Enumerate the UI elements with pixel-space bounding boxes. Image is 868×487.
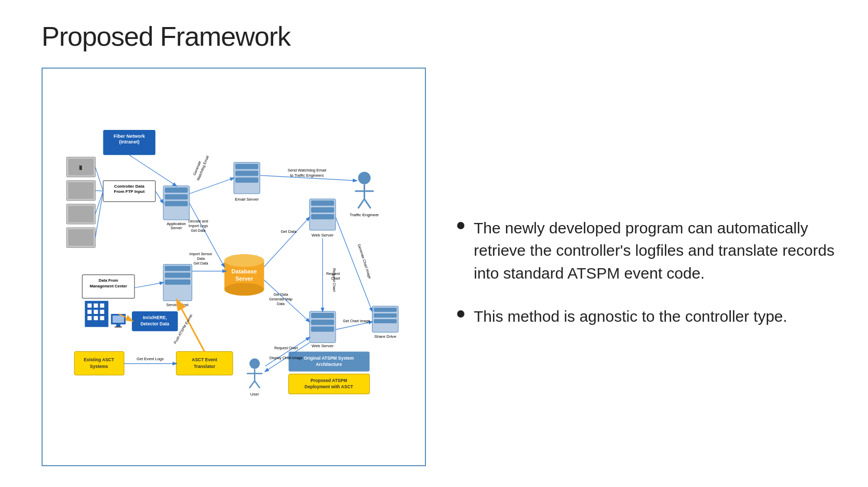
svg-rect-44	[311, 207, 334, 213]
svg-rect-74	[94, 304, 98, 308]
svg-rect-35	[165, 280, 190, 285]
svg-point-63	[249, 359, 260, 369]
svg-text:Server: Server	[170, 226, 182, 230]
diagram-area: Fiber Network (Intranet) Controller Data…	[42, 68, 426, 466]
slide-content: Fiber Network (Intranet) Controller Data…	[42, 68, 837, 466]
svg-text:Get Data: Get Data	[191, 229, 206, 232]
svg-rect-38	[235, 164, 258, 169]
svg-rect-55	[374, 319, 397, 323]
svg-text:Request: Request	[326, 272, 340, 276]
slide-container: Proposed Framework Fiber Network (Intran…	[0, 0, 868, 487]
svg-rect-79	[87, 316, 91, 320]
svg-text:ASCT Event: ASCT Event	[192, 357, 217, 362]
svg-text:Web Server: Web Server	[312, 233, 334, 238]
svg-rect-33	[165, 266, 190, 271]
bullet-item-2: This method is agnostic to the controlle…	[457, 305, 837, 328]
svg-rect-34	[165, 273, 190, 278]
svg-text:Email Server: Email Server	[235, 197, 259, 202]
svg-text:Data: Data	[197, 257, 205, 260]
svg-text:Get Data: Get Data	[194, 261, 208, 265]
svg-text:Get Chart Image: Get Chart Image	[343, 319, 370, 323]
svg-rect-83	[113, 315, 124, 323]
svg-point-28	[224, 283, 264, 296]
svg-text:Service Host: Service Host	[166, 302, 189, 307]
bullet-dot-1	[457, 222, 464, 229]
svg-rect-40	[235, 178, 258, 183]
svg-rect-76	[87, 310, 91, 314]
svg-rect-21	[165, 188, 188, 193]
svg-text:Get Data: Get Data	[281, 229, 297, 234]
svg-rect-78	[100, 310, 104, 314]
svg-text:Data: Data	[277, 302, 285, 306]
svg-text:Send Watchdog Email: Send Watchdog Email	[288, 168, 327, 173]
svg-text:Architecture: Architecture	[316, 362, 342, 367]
svg-text:Web Server: Web Server	[312, 344, 334, 348]
svg-rect-81	[100, 316, 104, 320]
bullet-item-1: The newly developed program can automati…	[457, 217, 837, 285]
svg-point-29	[224, 254, 264, 267]
svg-text:to Traffic Engineers: to Traffic Engineers	[290, 173, 324, 178]
svg-rect-50	[311, 326, 334, 332]
svg-text:Detector Data: Detector Data	[140, 321, 169, 326]
svg-text:User: User	[250, 392, 259, 397]
svg-text:Import Logs: Import Logs	[189, 224, 208, 228]
svg-text:Data From: Data From	[99, 278, 118, 283]
svg-rect-43	[311, 201, 334, 206]
svg-text:Request Chart: Request Chart	[274, 346, 298, 350]
svg-text:Existing ASCT: Existing ASCT	[84, 357, 114, 362]
svg-rect-48	[311, 313, 334, 318]
svg-text:Chart: Chart	[331, 277, 340, 280]
svg-text:Decode and: Decode and	[189, 219, 208, 223]
svg-rect-15	[68, 229, 94, 246]
bullet-dot-2	[457, 310, 464, 318]
svg-text:Inrix/HERE,: Inrix/HERE,	[143, 315, 167, 320]
svg-text:Controller Data: Controller Data	[114, 184, 145, 189]
svg-text:Server: Server	[235, 275, 253, 282]
bullet-text-2: This method is agnostic to the controlle…	[474, 305, 787, 328]
svg-text:Original ATSPM System: Original ATSPM System	[304, 356, 354, 361]
svg-rect-13	[68, 206, 94, 222]
svg-rect-53	[374, 308, 397, 312]
svg-text:(Intranet): (Intranet)	[119, 139, 139, 144]
svg-rect-77	[94, 310, 98, 314]
svg-rect-85	[115, 326, 122, 327]
svg-text:Management Center: Management Center	[90, 284, 127, 288]
svg-text:Fiber Network: Fiber Network	[114, 134, 145, 139]
svg-rect-80	[94, 316, 98, 320]
svg-rect-39	[235, 170, 258, 176]
svg-rect-45	[311, 214, 334, 219]
svg-rect-22	[165, 194, 188, 200]
svg-rect-75	[100, 304, 104, 308]
svg-rect-73	[87, 304, 91, 308]
svg-text:Get Event Logs: Get Event Logs	[137, 357, 164, 361]
architecture-diagram: Fiber Network (Intranet) Controller Data…	[51, 77, 417, 457]
svg-text:Database: Database	[232, 268, 257, 274]
svg-rect-54	[374, 313, 397, 318]
svg-text:Deployment with ASCT: Deployment with ASCT	[304, 384, 353, 389]
svg-rect-49	[311, 320, 334, 325]
svg-text:Import Sensor: Import Sensor	[190, 252, 213, 256]
bullets-area: The newly developed program can automati…	[457, 68, 837, 466]
svg-text:Proposed ATSPM: Proposed ATSPM	[311, 378, 348, 383]
svg-text:Traffic Engineer: Traffic Engineer	[350, 213, 379, 217]
svg-text:Get Data: Get Data	[273, 293, 288, 296]
svg-rect-11	[68, 182, 94, 199]
svg-text:Translator: Translator	[194, 364, 216, 369]
svg-text:Systems: Systems	[90, 364, 108, 369]
svg-point-57	[358, 172, 370, 184]
slide-title: Proposed Framework	[42, 21, 837, 52]
svg-text:Share Drive: Share Drive	[374, 334, 396, 339]
bullet-text-1: The newly developed program can automati…	[474, 217, 837, 285]
svg-text:From FTP Input: From FTP Input	[114, 189, 145, 194]
svg-text:Generate Map: Generate Map	[269, 297, 292, 301]
svg-rect-23	[165, 201, 188, 206]
svg-text:Display Chart Image: Display Chart Image	[270, 356, 303, 360]
